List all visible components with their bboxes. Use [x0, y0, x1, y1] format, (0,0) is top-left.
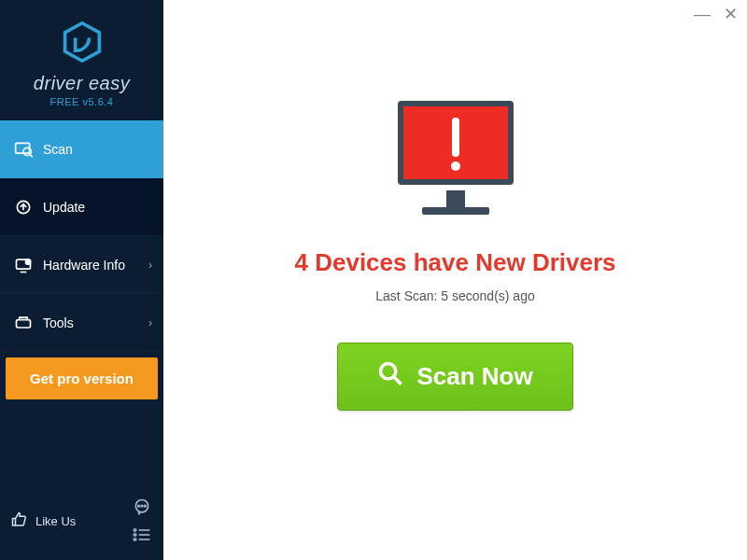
svg-line-27	[394, 377, 402, 385]
chevron-right-icon: ›	[148, 316, 152, 329]
svg-point-12	[141, 505, 143, 507]
window-controls: — ✕	[694, 7, 738, 21]
tools-icon	[13, 314, 34, 332]
svg-text:!: !	[27, 259, 28, 265]
scan-icon	[13, 140, 34, 159]
svg-point-25	[451, 161, 460, 171]
thumbs-up-icon	[11, 511, 28, 531]
app-window: — ✕ driver easy FREE v5.6.4 Scan	[0, 0, 747, 560]
sidebar: driver easy FREE v5.6.4 Scan Update	[0, 0, 163, 560]
sidebar-bottom: Like Us	[0, 487, 163, 560]
logo-icon	[61, 21, 104, 67]
svg-rect-23	[422, 207, 489, 215]
get-pro-button[interactable]: Get pro version	[6, 357, 158, 399]
sidebar-item-label: Update	[43, 200, 85, 215]
chevron-right-icon: ›	[148, 259, 152, 272]
svg-point-18	[134, 539, 136, 541]
brand-name: driver easy	[34, 73, 130, 94]
svg-point-26	[381, 364, 396, 379]
svg-rect-22	[446, 190, 465, 207]
sidebar-item-hardware-info[interactable]: ! Hardware Info ›	[0, 236, 163, 294]
sidebar-item-tools[interactable]: Tools ›	[0, 294, 163, 352]
scan-now-label: Scan Now	[416, 362, 532, 391]
close-button[interactable]: ✕	[724, 7, 738, 21]
like-us-button[interactable]: Like Us	[11, 511, 76, 531]
update-icon	[13, 198, 34, 217]
brand-version: FREE v5.6.4	[50, 96, 114, 107]
sidebar-item-scan[interactable]: Scan	[0, 120, 163, 178]
sidebar-item-label: Tools	[43, 315, 74, 330]
sidebar-item-update[interactable]: Update	[0, 178, 163, 236]
svg-point-14	[134, 529, 136, 532]
svg-rect-9	[17, 319, 31, 327]
svg-marker-0	[64, 23, 99, 61]
scan-result-headline: 4 Devices have New Drivers	[295, 248, 616, 277]
minimize-button[interactable]: —	[694, 7, 711, 21]
hardware-info-icon: !	[13, 256, 34, 274]
svg-line-3	[30, 154, 33, 157]
svg-point-16	[134, 534, 136, 537]
sidebar-item-label: Hardware Info	[43, 258, 125, 273]
svg-point-13	[145, 505, 147, 507]
alert-monitor-icon	[381, 93, 530, 228]
menu-list-icon[interactable]	[132, 525, 152, 545]
like-us-label: Like Us	[35, 514, 76, 528]
feedback-icon[interactable]	[132, 497, 152, 517]
brand-block: driver easy FREE v5.6.4	[0, 0, 163, 120]
scan-now-button[interactable]: Scan Now	[337, 343, 572, 411]
last-scan-text: Last Scan: 5 second(s) ago	[375, 288, 534, 303]
svg-point-11	[138, 505, 140, 507]
sidebar-nav: Scan Update ! Hardware Info ›	[0, 120, 163, 352]
search-icon	[377, 360, 403, 393]
bottom-icon-stack	[132, 497, 152, 545]
sidebar-item-label: Scan	[43, 142, 73, 157]
main-panel: 4 Devices have New Drivers Last Scan: 5 …	[163, 0, 747, 560]
